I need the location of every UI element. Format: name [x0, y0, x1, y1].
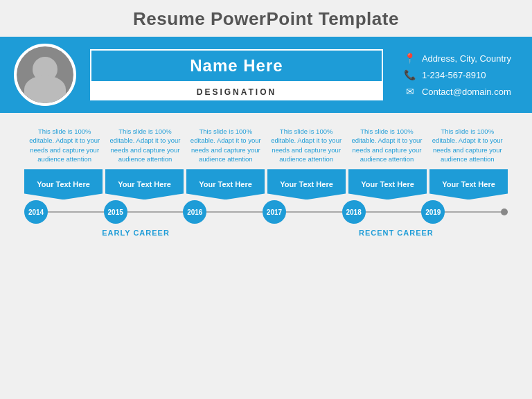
desc-item-3: This slide is 100% editable. Adapt it to…: [186, 127, 266, 163]
desc-item-6: This slide is 100% editable. Adapt it to…: [427, 127, 508, 163]
name-text: Name Here: [190, 56, 283, 75]
timeline-row: 2014 2015 2016 2017 2018 2019: [24, 200, 508, 224]
avatar-image: [17, 46, 73, 103]
year-circle-2015: 2015: [104, 200, 127, 224]
header-banner: Name Here DESIGNATION 📍 Address, City, C…: [0, 37, 532, 113]
designation-text: DESIGNATION: [197, 87, 276, 97]
timeline-section: This slide is 100% editable. Adapt it to…: [0, 113, 532, 244]
year-box-6: Your Text Here: [429, 169, 508, 200]
contact-section: 📍 Address, City, Country 📞 1-234-567-891…: [404, 53, 511, 97]
phone-text: 1-234-567-8910: [422, 70, 486, 80]
year-box-1: Your Text Here: [24, 169, 103, 200]
desc-item-4: This slide is 100% editable. Adapt it to…: [266, 127, 346, 163]
timeline-dots: 2014 2015 2016 2017 2018 2019: [24, 200, 508, 224]
email-icon: ✉: [404, 86, 416, 97]
desc-item-5: This slide is 100% editable. Adapt it to…: [346, 127, 427, 163]
labels-row: EARLY CAREER RECENT CAREER: [21, 224, 511, 237]
email-text: Contact@domain.com: [422, 87, 511, 97]
designation-box: DESIGNATION: [90, 82, 383, 100]
name-section: Name Here DESIGNATION: [90, 49, 383, 100]
desc-item-2: This slide is 100% editable. Adapt it to…: [105, 127, 185, 163]
address-text: Address, City, Country: [422, 53, 511, 64]
year-box-3: Your Text Here: [186, 169, 265, 200]
address-item: 📍 Address, City, Country: [404, 53, 511, 64]
year-circle-2014: 2014: [24, 200, 48, 224]
year-circle-2016: 2016: [183, 200, 206, 224]
description-row: This slide is 100% editable. Adapt it to…: [21, 127, 511, 163]
recent-career-label: RECENT CAREER: [285, 229, 508, 237]
phone-item: 📞 1-234-567-8910: [404, 69, 511, 80]
year-box-2: Your Text Here: [105, 169, 184, 200]
name-box: Name Here: [90, 49, 383, 82]
timeline-end-dot: [501, 209, 508, 215]
phone-icon: 📞: [404, 69, 416, 80]
boxes-row: Your Text Here Your Text Here Your Text …: [21, 169, 511, 200]
avatar: [14, 44, 76, 106]
year-circle-2017: 2017: [263, 200, 286, 224]
label-spacer: [247, 229, 285, 237]
year-circle-2019: 2019: [421, 200, 445, 224]
year-box-5: Your Text Here: [348, 169, 427, 200]
year-circle-2018: 2018: [342, 200, 366, 224]
desc-item-1: This slide is 100% editable. Adapt it to…: [24, 127, 105, 163]
year-box-4: Your Text Here: [267, 169, 346, 200]
location-icon: 📍: [404, 53, 416, 64]
page-title: Resume PowerPoint Template: [0, 0, 532, 37]
early-career-label: EARLY CAREER: [24, 229, 247, 237]
email-item: ✉ Contact@domain.com: [404, 86, 511, 97]
